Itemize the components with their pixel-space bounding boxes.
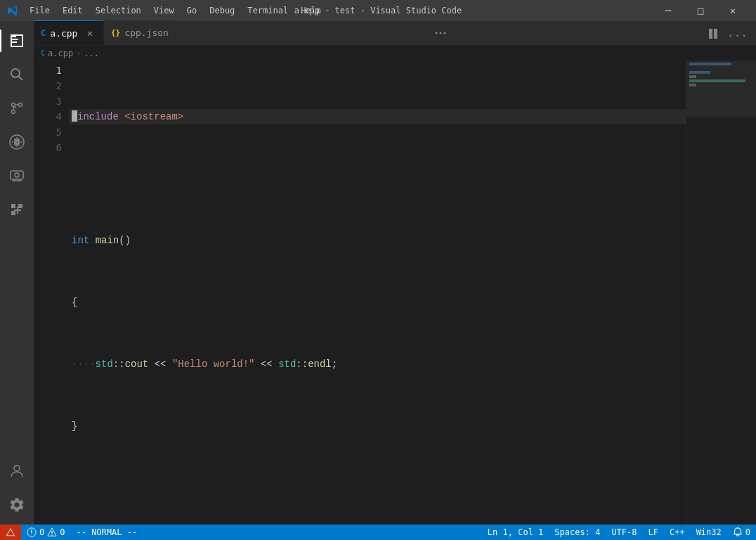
activity-bar <box>0 21 34 525</box>
status-position[interactable]: Ln 1, Col 1 <box>482 525 549 540</box>
status-left: 0 0 -- NORMAL -- <box>0 525 143 540</box>
breadcrumb-file-icon: C <box>41 49 45 57</box>
svg-point-12 <box>435 32 437 34</box>
tab-a-cpp[interactable]: C a.cpp ✕ <box>34 20 104 45</box>
status-line-ending[interactable]: LF <box>643 525 664 540</box>
svg-point-14 <box>443 32 445 34</box>
status-encoding[interactable]: UTF-8 <box>606 525 642 540</box>
breadcrumb-more[interactable]: ... <box>84 49 99 58</box>
activity-source-control[interactable] <box>0 91 34 125</box>
activity-remote[interactable] <box>0 159 34 193</box>
status-notifications[interactable]: 0 <box>727 525 756 540</box>
line-number-5: 5 <box>34 124 62 140</box>
platform-text: Win32 <box>696 527 722 537</box>
line-number-2: 2 <box>34 78 62 94</box>
code-line-4: { <box>69 295 686 310</box>
menu-edit[interactable]: Edit <box>57 4 89 17</box>
line-number-1: 1 <box>34 63 62 78</box>
line-ending-text: LF <box>649 527 658 537</box>
vim-mode-text: -- NORMAL -- <box>76 527 137 537</box>
svg-rect-0 <box>12 36 16 37</box>
status-warning-count: 0 <box>60 527 65 537</box>
status-bar: 0 0 -- NORMAL -- Ln 1, Col 1 Spaces: 4 U… <box>0 525 756 540</box>
tabs-bar: C a.cpp ✕ {} cpp.json ··· <box>34 21 756 46</box>
code-line-3: int main() <box>69 233 686 248</box>
svg-point-10 <box>15 173 19 177</box>
main-layout: C a.cpp ✕ {} cpp.json ··· C a.cpp › <box>0 21 756 525</box>
breadcrumb: C a.cpp › ... <box>34 46 756 61</box>
tab-more-button[interactable] <box>428 20 453 45</box>
tab-close-a-cpp[interactable]: ✕ <box>84 27 96 39</box>
line-numbers: 1 2 3 4 5 6 <box>34 61 69 525</box>
code-line-6: } <box>69 418 686 434</box>
activity-explorer[interactable] <box>0 24 34 58</box>
line-number-3: 3 <box>34 94 62 109</box>
svg-point-3 <box>11 69 20 77</box>
code-content[interactable]: include <iostream> int main() { ····std:… <box>69 61 686 525</box>
tab-label-cpp-json: cpp.json <box>124 27 169 38</box>
code-line-2 <box>69 171 686 186</box>
breadcrumb-file[interactable]: a.cpp <box>48 49 73 58</box>
menu-go[interactable]: Go <box>181 4 202 17</box>
window-controls: ─ □ ✕ <box>652 0 749 21</box>
line-number-6: 6 <box>34 140 62 155</box>
tab-cpp-json[interactable]: {} cpp.json <box>104 20 176 45</box>
menu-selection[interactable]: Selection <box>90 4 147 17</box>
svg-line-4 <box>19 77 23 81</box>
window-title: a.cpp - test - Visual Studio Code <box>294 6 462 15</box>
minimap <box>686 61 756 525</box>
menu-debug[interactable]: Debug <box>204 4 240 17</box>
cursor-position: Ln 1, Col 1 <box>488 527 543 537</box>
status-error-count: 0 <box>39 527 44 537</box>
notification-count: 0 <box>745 527 750 537</box>
spaces-text: Spaces: 4 <box>554 527 600 537</box>
language-text: C++ <box>670 527 685 537</box>
status-language[interactable]: C++ <box>664 525 691 540</box>
line-number-4: 4 <box>34 109 62 124</box>
svg-point-11 <box>14 465 20 471</box>
breadcrumb-separator: › <box>76 49 81 58</box>
activity-extensions[interactable] <box>0 193 34 226</box>
activity-settings[interactable] <box>0 488 34 522</box>
svg-rect-9 <box>11 171 23 179</box>
status-right: Ln 1, Col 1 Spaces: 4 UTF-8 LF C++ Win32… <box>482 525 756 540</box>
status-platform[interactable]: Win32 <box>691 525 727 540</box>
more-actions-button[interactable]: ··· <box>724 26 750 45</box>
encoding-text: UTF-8 <box>611 527 637 537</box>
svg-point-6 <box>19 103 22 107</box>
editor-area: C a.cpp ✕ {} cpp.json ··· C a.cpp › <box>34 21 756 525</box>
split-editor-button[interactable] <box>705 25 722 45</box>
titlebar-menu: File Edit Selection View Go Debug Termin… <box>24 4 327 17</box>
tab-label-a-cpp: a.cpp <box>50 28 77 39</box>
code-editor[interactable]: 1 2 3 4 5 6 include <iostream> int main(… <box>34 61 756 525</box>
tab-icon-cpp: C <box>41 28 46 38</box>
text-cursor <box>72 110 77 122</box>
menu-view[interactable]: View <box>148 4 180 17</box>
svg-point-8 <box>15 140 19 144</box>
titlebar: File Edit Selection View Go Debug Termin… <box>0 0 756 21</box>
close-button[interactable]: ✕ <box>717 0 749 21</box>
svg-rect-2 <box>12 41 17 43</box>
menu-file[interactable]: File <box>24 4 56 17</box>
code-line-5: ····std::cout << "Hello world!" << std::… <box>69 356 686 372</box>
minimap-overlay <box>686 61 756 117</box>
code-line-1: include <iostream> <box>69 109 686 124</box>
status-spaces[interactable]: Spaces: 4 <box>549 525 606 540</box>
activity-run-debug[interactable] <box>0 125 34 159</box>
menu-terminal[interactable]: Terminal <box>242 4 294 17</box>
tab-icon-json: {} <box>111 28 120 37</box>
status-remote[interactable] <box>0 525 21 540</box>
minimize-button[interactable]: ─ <box>652 0 684 21</box>
activity-accounts[interactable] <box>0 454 34 488</box>
activity-search[interactable] <box>0 58 34 91</box>
svg-point-13 <box>439 32 441 34</box>
svg-rect-1 <box>12 39 18 40</box>
maximize-button[interactable]: □ <box>684 0 717 21</box>
status-vim-mode[interactable]: -- NORMAL -- <box>70 525 143 540</box>
svg-point-7 <box>12 110 15 114</box>
status-errors[interactable]: 0 0 <box>21 525 70 540</box>
activity-bar-bottom <box>0 454 34 525</box>
titlebar-left: File Edit Selection View Go Debug Termin… <box>7 4 327 17</box>
vscode-logo-icon <box>7 5 18 16</box>
